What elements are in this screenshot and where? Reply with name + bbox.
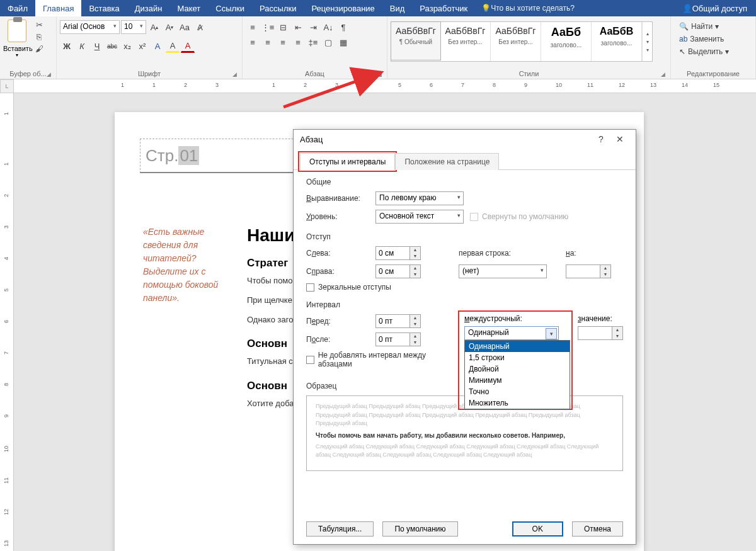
increase-indent-icon[interactable]: ⇥ xyxy=(306,20,320,34)
outline-level-select[interactable]: Основной текст xyxy=(375,210,464,224)
align-left-icon[interactable]: ≡ xyxy=(246,35,260,49)
shading-icon[interactable]: ▢ xyxy=(321,35,335,49)
alignment-select[interactable]: По левому краю xyxy=(375,191,464,205)
style-heading1[interactable]: АаБбзаголово... xyxy=(541,22,592,61)
bold-button[interactable]: Ж xyxy=(60,39,74,53)
line-spacing-label: междустрочный: xyxy=(464,314,559,323)
tab-home[interactable]: Главная xyxy=(35,0,81,16)
close-button[interactable]: ✕ xyxy=(610,134,629,144)
first-line-select[interactable]: (нет) xyxy=(459,264,547,278)
ok-button[interactable]: OK xyxy=(512,521,563,537)
underline-button[interactable]: Ч xyxy=(90,39,104,53)
styles-launcher-icon[interactable]: ◢ xyxy=(660,71,666,77)
dont-add-space-checkbox[interactable]: Не добавлять интервал между абзацами xyxy=(306,351,458,368)
clipboard-launcher-icon[interactable]: ◢ xyxy=(45,71,52,77)
subscript-button[interactable]: x₂ xyxy=(120,39,134,53)
replace-button[interactable]: ab Заменить xyxy=(677,33,750,45)
horizontal-ruler[interactable]: 1123 1234 5678 9101112 131415 xyxy=(14,79,756,93)
show-marks-icon[interactable]: ¶ xyxy=(336,20,350,34)
styles-group-label: Стили xyxy=(519,70,539,77)
line-spacing-icon[interactable]: ‡≡ xyxy=(306,35,320,49)
style-no-spacing1[interactable]: АаБбВвГгБез интер... xyxy=(440,22,491,61)
line-spacing-select[interactable]: Одинарный xyxy=(464,326,559,340)
paragraph-launcher-icon[interactable]: ◢ xyxy=(376,71,382,77)
indent-left-label: Слева: xyxy=(306,249,369,258)
set-default-button[interactable]: По умолчанию xyxy=(382,521,457,537)
line-spacing-option[interactable]: Точно xyxy=(465,386,570,397)
paste-button[interactable]: Вставить ▾ xyxy=(3,18,31,62)
first-line-by-spinner[interactable]: ▲▼ xyxy=(566,264,611,278)
text-effects-button[interactable]: A xyxy=(151,39,164,53)
line-spacing-option[interactable]: Множитель xyxy=(465,397,570,409)
general-title: Общие xyxy=(306,178,623,186)
tabs-button[interactable]: Табуляция... xyxy=(306,521,374,537)
group-font: Arial (Основ 10 A▴ A▾ Aa A̷ Ж К Ч abc x₂… xyxy=(57,16,243,79)
sidebar-quote[interactable]: «Есть важные сведения для читателей? Выд… xyxy=(143,225,231,305)
align-right-icon[interactable]: ≡ xyxy=(276,35,290,49)
multilevel-icon[interactable]: ⊟ xyxy=(276,20,290,34)
decrease-indent-icon[interactable]: ⇤ xyxy=(291,20,305,34)
format-painter-icon[interactable]: 🖌 xyxy=(33,44,45,54)
numbering-icon[interactable]: ⋮≡ xyxy=(261,20,275,34)
find-button[interactable]: 🔍 Найти ▾ xyxy=(677,21,750,32)
select-button[interactable]: ↖ Выделить ▾ xyxy=(677,46,750,57)
font-color-button[interactable]: A xyxy=(181,39,195,53)
italic-button[interactable]: К xyxy=(75,39,89,53)
style-normal[interactable]: АаБбВвГг¶ Обычный xyxy=(391,21,441,60)
tab-indents-spacing[interactable]: Отступы и интервалы xyxy=(300,153,395,170)
highlight-button[interactable]: A xyxy=(166,39,180,53)
first-line-by-label: на: xyxy=(566,249,585,258)
tell-me-search[interactable]: 💡 Что вы хотите сделать? xyxy=(475,0,673,16)
line-spacing-value-spinner[interactable]: ▲▼ xyxy=(578,326,623,340)
shrink-font-icon[interactable]: A▾ xyxy=(163,20,176,34)
cut-icon[interactable]: ✂ xyxy=(33,20,45,30)
sort-icon[interactable]: A↓ xyxy=(321,20,335,34)
ruler-corner[interactable]: L xyxy=(0,79,14,93)
tab-references[interactable]: Ссылки xyxy=(208,0,252,16)
copy-icon[interactable]: ⎘ xyxy=(33,32,45,42)
indent-right-spinner[interactable]: ▲▼ xyxy=(375,264,421,278)
change-case-icon[interactable]: Aa xyxy=(178,20,192,34)
share-button[interactable]: 👤 Общий доступ xyxy=(673,0,756,16)
vertical-ruler[interactable]: 1123 4567 891011 1213 xyxy=(0,93,14,551)
editing-group-label: Редактирование xyxy=(687,70,740,77)
grow-font-icon[interactable]: A▴ xyxy=(147,20,161,34)
tab-layout[interactable]: Макет xyxy=(169,0,208,16)
superscript-button[interactable]: x² xyxy=(135,39,149,53)
tab-insert[interactable]: Вставка xyxy=(81,0,127,16)
borders-icon[interactable]: ▦ xyxy=(336,35,350,49)
styles-gallery: АаБбВвГг¶ Обычный АаБбВвГгБез интер... А… xyxy=(391,21,653,62)
line-spacing-option[interactable]: 1,5 строки xyxy=(465,352,570,363)
help-button[interactable]: ? xyxy=(592,134,610,144)
spacing-before-spinner[interactable]: ▲▼ xyxy=(375,314,421,328)
tab-design[interactable]: Дизайн xyxy=(127,0,170,16)
indent-left-spinner[interactable]: ▲▼ xyxy=(375,246,421,260)
cancel-button[interactable]: Отмена xyxy=(572,521,623,537)
group-spacing: Интервал Перед: ▲▼ После: ▲▼ Не добавлят… xyxy=(306,300,623,373)
font-group-label: Шрифт xyxy=(138,70,161,77)
justify-icon[interactable]: ≡ xyxy=(291,35,305,49)
dialog-titlebar[interactable]: Абзац ? ✕ xyxy=(294,130,636,149)
spacing-after-spinner[interactable]: ▲▼ xyxy=(375,332,421,346)
tab-review[interactable]: Рецензирование xyxy=(304,0,382,16)
tab-view[interactable]: Вид xyxy=(382,0,413,16)
font-launcher-icon[interactable]: ◢ xyxy=(231,71,238,77)
align-center-icon[interactable]: ≡ xyxy=(261,35,275,49)
tab-page-position[interactable]: Положение на странице xyxy=(395,153,499,170)
tab-file[interactable]: Файл xyxy=(0,0,35,16)
strike-button[interactable]: abc xyxy=(105,39,119,53)
line-spacing-option[interactable]: Двойной xyxy=(465,363,570,375)
styles-expand[interactable]: ▴▾▾ xyxy=(642,22,652,61)
line-spacing-option[interactable]: Одинарный xyxy=(465,341,570,352)
mirror-indents-checkbox[interactable]: Зеркальные отступы xyxy=(306,283,391,292)
bullets-icon[interactable]: ≡ xyxy=(246,20,260,34)
style-no-spacing2[interactable]: АаБбВвГгБез интер... xyxy=(491,22,541,61)
clear-format-icon[interactable]: A̷ xyxy=(193,20,207,34)
line-spacing-option[interactable]: Минимум xyxy=(465,375,570,386)
font-size-combo[interactable]: 10 xyxy=(121,20,146,34)
tab-developer[interactable]: Разработчик xyxy=(412,0,475,16)
font-name-combo[interactable]: Arial (Основ xyxy=(60,20,120,34)
style-heading2[interactable]: АаБбВзаголово... xyxy=(592,22,642,61)
tab-mailings[interactable]: Рассылки xyxy=(252,0,304,16)
dialog-title: Абзац xyxy=(300,135,323,144)
